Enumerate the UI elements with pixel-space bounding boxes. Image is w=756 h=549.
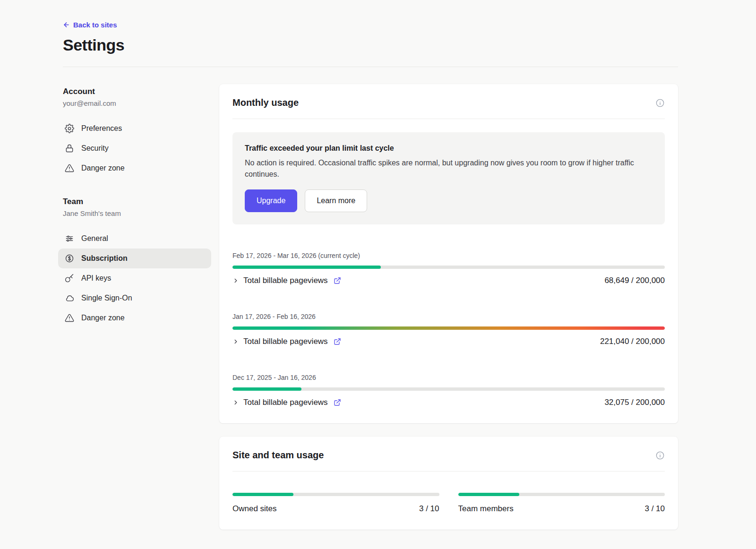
header-divider	[63, 67, 678, 67]
chevron-right-icon[interactable]	[232, 399, 239, 406]
sidebar-item-api-keys[interactable]: API keys	[58, 268, 211, 288]
metric-label: Owned sites	[232, 504, 277, 514]
sidebar-item-general[interactable]: General	[58, 229, 211, 249]
metric-value: 3 / 10	[644, 504, 665, 514]
usage-progress-fill	[232, 387, 301, 391]
site-team-usage-card: Site and team usage Owned sites 3 / 10	[219, 437, 678, 530]
sidebar-item-single-sign-on[interactable]: Single Sign-On	[58, 288, 211, 308]
monthly-usage-title: Monthly usage	[232, 97, 299, 108]
cycle-usage-value: 221,040 / 200,000	[600, 337, 665, 346]
cycle-usage-value: 32,075 / 200,000	[604, 398, 665, 407]
sidebar-item-label: Subscription	[81, 254, 128, 263]
gear-icon	[65, 124, 74, 133]
sidebar-item-label: API keys	[81, 274, 111, 283]
chevron-right-icon[interactable]	[232, 338, 239, 345]
owned-sites-metric: Owned sites 3 / 10	[232, 487, 439, 514]
team-nav: General Subscription API keys	[63, 229, 211, 328]
usage-cycle-current: Feb 17, 2026 - Mar 16, 2026 (current cyc…	[232, 252, 665, 285]
sidebar-item-danger-zone-team[interactable]: Danger zone	[58, 308, 211, 328]
chevron-right-icon[interactable]	[232, 277, 239, 284]
usage-progress-fill	[232, 266, 381, 269]
external-link-icon[interactable]	[334, 338, 341, 345]
back-to-sites-link[interactable]: Back to sites	[63, 21, 117, 29]
monthly-usage-card: Monthly usage Traffic exceeded your plan…	[219, 84, 678, 423]
metric-value: 3 / 10	[419, 504, 439, 514]
external-link-icon[interactable]	[334, 277, 341, 284]
usage-progress-track	[232, 326, 665, 330]
sidebar-item-label: General	[81, 234, 108, 243]
sidebar-item-label: Danger zone	[81, 314, 125, 322]
cycle-label: Total billable pageviews	[243, 337, 328, 346]
sidebar-item-danger-zone-account[interactable]: Danger zone	[58, 158, 211, 178]
sliders-icon	[65, 234, 74, 243]
key-icon	[65, 274, 74, 283]
page-title: Settings	[63, 36, 678, 54]
team-section-heading: Team	[63, 197, 219, 206]
cycle-period: Dec 17, 2025 - Jan 16, 2026	[232, 374, 665, 381]
sidebar-item-preferences[interactable]: Preferences	[58, 119, 211, 138]
arrow-left-icon	[63, 21, 70, 28]
warning-triangle-icon	[65, 163, 74, 173]
sidebar-item-security[interactable]: Security	[58, 138, 211, 158]
account-section-heading: Account	[63, 87, 219, 96]
cycle-period: Jan 17, 2026 - Feb 16, 2026	[232, 313, 665, 320]
warning-triangle-icon	[65, 313, 74, 323]
cycle-label: Total billable pageviews	[243, 276, 328, 285]
account-email: your@email.com	[63, 99, 219, 107]
external-link-icon[interactable]	[334, 399, 341, 406]
site-team-usage-title: Site and team usage	[232, 450, 324, 461]
usage-progress-track	[232, 387, 665, 391]
sidebar-item-label: Single Sign-On	[81, 294, 132, 302]
sidebar-item-subscription[interactable]: Subscription	[58, 249, 211, 268]
team-members-progress-track	[458, 493, 665, 496]
cloud-icon	[65, 293, 74, 303]
cycle-usage-value: 68,649 / 200,000	[604, 276, 665, 285]
usage-progress-track	[232, 266, 665, 269]
owned-sites-progress-fill	[232, 493, 293, 496]
notice-title: Traffic exceeded your plan limit last cy…	[245, 144, 653, 153]
team-name: Jane Smith's team	[63, 209, 219, 217]
card-divider	[232, 119, 665, 119]
back-to-sites-label: Back to sites	[73, 21, 117, 29]
account-nav: Preferences Security Danger zone	[63, 119, 211, 178]
team-members-metric: Team members 3 / 10	[458, 487, 665, 514]
dollar-circle-icon	[65, 254, 74, 263]
sidebar-item-label: Security	[81, 144, 109, 153]
owned-sites-progress-track	[232, 493, 439, 496]
info-circle-icon[interactable]	[655, 98, 665, 108]
cycle-label: Total billable pageviews	[243, 398, 328, 407]
learn-more-button[interactable]: Learn more	[305, 189, 367, 212]
traffic-exceeded-notice: Traffic exceeded your plan limit last cy…	[232, 132, 665, 224]
cycle-period: Feb 17, 2026 - Mar 16, 2026 (current cyc…	[232, 252, 665, 259]
settings-sidebar: Account your@email.com Preferences Secur…	[63, 84, 219, 530]
team-members-progress-fill	[458, 493, 519, 496]
sidebar-item-label: Preferences	[81, 124, 122, 133]
sidebar-item-label: Danger zone	[81, 164, 125, 172]
info-circle-icon[interactable]	[655, 451, 665, 460]
settings-page: Back to sites Settings Account your@emai…	[0, 0, 756, 549]
metric-label: Team members	[458, 504, 514, 514]
notice-body: No action is required. Occasional traffi…	[245, 157, 653, 180]
usage-cycle-older: Dec 17, 2025 - Jan 16, 2026 Total billab…	[232, 374, 665, 407]
lock-icon	[65, 144, 74, 153]
upgrade-button[interactable]: Upgrade	[245, 189, 297, 212]
settings-main: Monthly usage Traffic exceeded your plan…	[219, 84, 678, 530]
usage-progress-fill-over-limit	[232, 326, 665, 330]
usage-cycle-previous: Jan 17, 2026 - Feb 16, 2026 Total billab…	[232, 313, 665, 346]
card-divider	[232, 471, 665, 472]
